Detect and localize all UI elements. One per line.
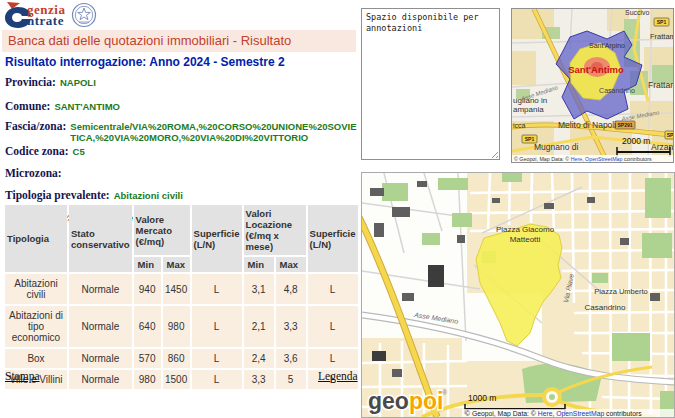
svg-text:SP291: SP291 bbox=[617, 122, 632, 128]
col-tipologia: Tipologia bbox=[5, 205, 67, 272]
svg-text:SP1: SP1 bbox=[525, 136, 535, 142]
col-stato-conservativo: Stato conservativo bbox=[69, 205, 132, 272]
map-label-frattaminore: Frattamin bbox=[650, 32, 673, 41]
map-label-sant-antimo: Sant'Antimo bbox=[568, 64, 624, 75]
map-label-sant-arpino: Sant'Arpino bbox=[589, 42, 625, 50]
map-attribution: © Geopoi, Map Data: © Here, OpenStreetMa… bbox=[514, 156, 652, 162]
table-header-row: Tipologia Stato conservativo Valore Merc… bbox=[5, 205, 358, 255]
attribution-links[interactable]: Here, OpenStreetMap bbox=[571, 156, 623, 162]
map-label-casandrino: Casandrino bbox=[599, 87, 635, 94]
map-label-icca: icca bbox=[513, 122, 526, 129]
geopoi-logo: geopoi ® bbox=[368, 388, 448, 414]
map-label-succivo: Succivo bbox=[625, 9, 650, 16]
result-title-value: Anno 2024 - Semestre 2 bbox=[149, 55, 284, 69]
result-title-label: Risultato interrogazione: bbox=[5, 55, 146, 69]
field-provincia: Provincia: NAPOLI bbox=[5, 76, 357, 88]
col-max-locazione: Max bbox=[276, 257, 306, 272]
col-valore-mercato: Valore Mercato (€/mq) bbox=[134, 205, 190, 255]
legenda-link[interactable]: Legenda bbox=[318, 370, 358, 382]
map-attribution: © Geopoi, Map Data: © Here, OpenStreetMa… bbox=[465, 410, 642, 418]
table-row: BoxNormale 570860 L2,4 3,6L bbox=[5, 349, 358, 368]
logo-text-ntrate: ntrate bbox=[27, 15, 65, 26]
col-min-locazione: Min bbox=[244, 257, 274, 272]
svg-text:SP1: SP1 bbox=[657, 19, 667, 25]
overview-map[interactable]: SP1 SP1 SP291 SP Succivo Sant'Arpino San… bbox=[511, 8, 674, 163]
col-min-mercato: Min bbox=[134, 257, 161, 272]
map-label-frattamaggiore: Frattar bbox=[648, 80, 673, 90]
map-label-piazza-umberto: Piazza Umberto bbox=[594, 287, 647, 296]
table-row: Abitazioni di tipo economicoNormale 6409… bbox=[5, 306, 358, 347]
map-label-piazza-matteotti-1: Piazza Giacomo bbox=[496, 225, 555, 234]
col-superficie-1: Superficie (L/N) bbox=[192, 205, 242, 272]
table-row: Abitazioni civiliNormale 9401450 L3,1 4,… bbox=[5, 274, 358, 304]
svg-text:SP: SP bbox=[667, 132, 673, 138]
map-label-mugnano: Mugnano di bbox=[534, 142, 579, 152]
svg-text:1000 m: 1000 m bbox=[468, 393, 496, 403]
annotations-textarea[interactable]: Spazio disponibile per annotazioni bbox=[361, 8, 500, 160]
agenzia-entrate-logo: genzia ntrate bbox=[4, 1, 97, 29]
map-label-melito: Melito di Napoli bbox=[558, 120, 616, 130]
col-valori-locazione: Valori Locazione (€/mq x mese) bbox=[244, 205, 306, 255]
svg-text:geopoi: geopoi bbox=[368, 388, 443, 414]
result-title: Risultato interrogazione: Anno 2024 - Se… bbox=[5, 55, 357, 69]
col-max-mercato: Max bbox=[163, 257, 190, 272]
detail-map[interactable]: Piazza Giacomo Matteotti Piazza Umberto … bbox=[361, 172, 675, 418]
map-label-giugliano-2: ampania bbox=[513, 105, 544, 114]
field-tipologia-prevalente: Tipologia prevalente: Abitazioni civili bbox=[5, 189, 357, 201]
col-superficie-2: Superficie (L/N) bbox=[308, 205, 358, 272]
page-title-banner: Banca dati delle quotazioni immobiliari … bbox=[2, 30, 356, 52]
field-fascia-zona: Fascia/zona: Semicentrale/VIA%20ROMA,%20… bbox=[5, 120, 357, 143]
svg-text:2000 m: 2000 m bbox=[622, 136, 650, 146]
roundabout-center bbox=[549, 394, 555, 400]
svg-text:®: ® bbox=[442, 389, 448, 396]
stampa-link[interactable]: Stampa bbox=[5, 370, 40, 382]
quotation-table: Tipologia Stato conservativo Valore Merc… bbox=[3, 203, 360, 391]
field-comune: Comune: SANT'ANTIMO bbox=[5, 100, 357, 112]
field-microzona: Microzona: bbox=[5, 167, 357, 179]
map-label-piazza-matteotti-2: Matteotti bbox=[510, 235, 541, 244]
italy-emblem-icon bbox=[71, 2, 97, 28]
map-label-casandrino: Casandrino bbox=[585, 303, 626, 312]
field-codice-zona: Codice zona: C5 bbox=[5, 145, 357, 157]
table-row: Ville e VilliniNormale 9801500 L3,3 5L bbox=[5, 370, 358, 389]
attribution-links[interactable]: Here, OpenStreetMap bbox=[538, 410, 605, 418]
